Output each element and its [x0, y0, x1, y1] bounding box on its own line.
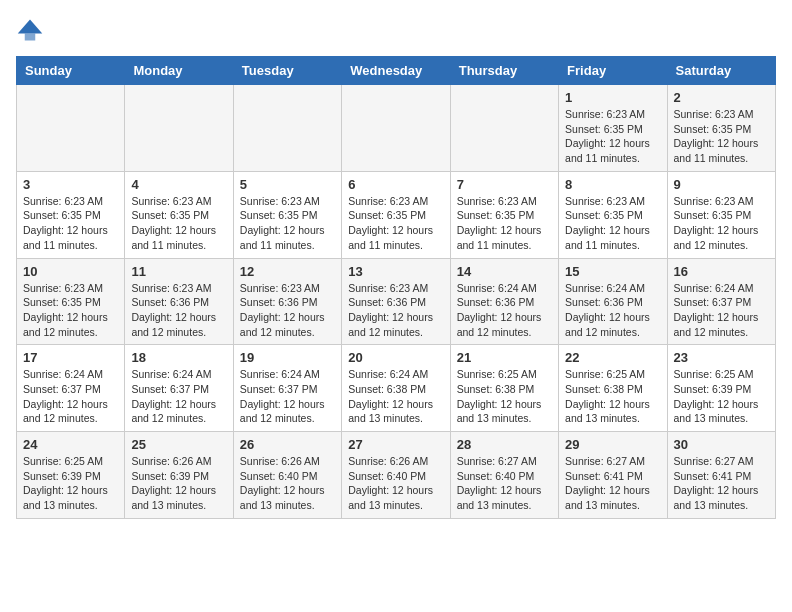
calendar-day-cell: 14Sunrise: 6:24 AM Sunset: 6:36 PM Dayli…	[450, 258, 558, 345]
svg-rect-1	[25, 34, 36, 41]
day-info: Sunrise: 6:24 AM Sunset: 6:37 PM Dayligh…	[23, 367, 118, 426]
page-header	[16, 16, 776, 44]
day-info: Sunrise: 6:25 AM Sunset: 6:38 PM Dayligh…	[565, 367, 660, 426]
calendar-week-1: 1Sunrise: 6:23 AM Sunset: 6:35 PM Daylig…	[17, 85, 776, 172]
day-info: Sunrise: 6:26 AM Sunset: 6:40 PM Dayligh…	[240, 454, 335, 513]
calendar-day-cell: 1Sunrise: 6:23 AM Sunset: 6:35 PM Daylig…	[559, 85, 667, 172]
weekday-header-monday: Monday	[125, 57, 233, 85]
calendar-day-cell: 4Sunrise: 6:23 AM Sunset: 6:35 PM Daylig…	[125, 171, 233, 258]
day-info: Sunrise: 6:23 AM Sunset: 6:35 PM Dayligh…	[131, 194, 226, 253]
weekday-header-row: SundayMondayTuesdayWednesdayThursdayFrid…	[17, 57, 776, 85]
weekday-header-saturday: Saturday	[667, 57, 775, 85]
calendar-day-cell: 24Sunrise: 6:25 AM Sunset: 6:39 PM Dayli…	[17, 432, 125, 519]
weekday-header-friday: Friday	[559, 57, 667, 85]
day-info: Sunrise: 6:23 AM Sunset: 6:35 PM Dayligh…	[240, 194, 335, 253]
day-number: 26	[240, 437, 335, 452]
day-info: Sunrise: 6:23 AM Sunset: 6:35 PM Dayligh…	[674, 194, 769, 253]
day-number: 16	[674, 264, 769, 279]
day-number: 9	[674, 177, 769, 192]
calendar-day-cell: 27Sunrise: 6:26 AM Sunset: 6:40 PM Dayli…	[342, 432, 450, 519]
calendar-week-5: 24Sunrise: 6:25 AM Sunset: 6:39 PM Dayli…	[17, 432, 776, 519]
day-number: 12	[240, 264, 335, 279]
calendar-day-cell: 16Sunrise: 6:24 AM Sunset: 6:37 PM Dayli…	[667, 258, 775, 345]
day-info: Sunrise: 6:23 AM Sunset: 6:35 PM Dayligh…	[23, 281, 118, 340]
calendar-week-2: 3Sunrise: 6:23 AM Sunset: 6:35 PM Daylig…	[17, 171, 776, 258]
logo	[16, 16, 48, 44]
day-number: 20	[348, 350, 443, 365]
calendar-day-cell: 29Sunrise: 6:27 AM Sunset: 6:41 PM Dayli…	[559, 432, 667, 519]
day-number: 13	[348, 264, 443, 279]
day-number: 8	[565, 177, 660, 192]
day-info: Sunrise: 6:26 AM Sunset: 6:40 PM Dayligh…	[348, 454, 443, 513]
calendar-day-cell: 19Sunrise: 6:24 AM Sunset: 6:37 PM Dayli…	[233, 345, 341, 432]
calendar-day-cell: 2Sunrise: 6:23 AM Sunset: 6:35 PM Daylig…	[667, 85, 775, 172]
weekday-header-wednesday: Wednesday	[342, 57, 450, 85]
calendar-day-cell: 22Sunrise: 6:25 AM Sunset: 6:38 PM Dayli…	[559, 345, 667, 432]
day-number: 28	[457, 437, 552, 452]
calendar-day-cell	[17, 85, 125, 172]
day-number: 2	[674, 90, 769, 105]
day-number: 22	[565, 350, 660, 365]
calendar-table: SundayMondayTuesdayWednesdayThursdayFrid…	[16, 56, 776, 519]
calendar-day-cell: 12Sunrise: 6:23 AM Sunset: 6:36 PM Dayli…	[233, 258, 341, 345]
day-info: Sunrise: 6:23 AM Sunset: 6:36 PM Dayligh…	[348, 281, 443, 340]
day-info: Sunrise: 6:27 AM Sunset: 6:40 PM Dayligh…	[457, 454, 552, 513]
day-number: 6	[348, 177, 443, 192]
day-info: Sunrise: 6:23 AM Sunset: 6:35 PM Dayligh…	[565, 194, 660, 253]
calendar-day-cell: 5Sunrise: 6:23 AM Sunset: 6:35 PM Daylig…	[233, 171, 341, 258]
day-number: 14	[457, 264, 552, 279]
day-number: 7	[457, 177, 552, 192]
calendar-day-cell: 28Sunrise: 6:27 AM Sunset: 6:40 PM Dayli…	[450, 432, 558, 519]
calendar-week-3: 10Sunrise: 6:23 AM Sunset: 6:35 PM Dayli…	[17, 258, 776, 345]
day-number: 24	[23, 437, 118, 452]
calendar-day-cell	[125, 85, 233, 172]
calendar-day-cell: 9Sunrise: 6:23 AM Sunset: 6:35 PM Daylig…	[667, 171, 775, 258]
day-number: 15	[565, 264, 660, 279]
calendar-day-cell: 7Sunrise: 6:23 AM Sunset: 6:35 PM Daylig…	[450, 171, 558, 258]
calendar-day-cell	[342, 85, 450, 172]
day-info: Sunrise: 6:24 AM Sunset: 6:37 PM Dayligh…	[131, 367, 226, 426]
day-number: 11	[131, 264, 226, 279]
logo-icon	[16, 16, 44, 44]
calendar-week-4: 17Sunrise: 6:24 AM Sunset: 6:37 PM Dayli…	[17, 345, 776, 432]
day-number: 21	[457, 350, 552, 365]
day-info: Sunrise: 6:24 AM Sunset: 6:37 PM Dayligh…	[674, 281, 769, 340]
calendar-day-cell: 25Sunrise: 6:26 AM Sunset: 6:39 PM Dayli…	[125, 432, 233, 519]
calendar-day-cell	[233, 85, 341, 172]
calendar-day-cell: 23Sunrise: 6:25 AM Sunset: 6:39 PM Dayli…	[667, 345, 775, 432]
calendar-day-cell: 6Sunrise: 6:23 AM Sunset: 6:35 PM Daylig…	[342, 171, 450, 258]
day-info: Sunrise: 6:27 AM Sunset: 6:41 PM Dayligh…	[565, 454, 660, 513]
calendar-day-cell: 11Sunrise: 6:23 AM Sunset: 6:36 PM Dayli…	[125, 258, 233, 345]
calendar-day-cell: 17Sunrise: 6:24 AM Sunset: 6:37 PM Dayli…	[17, 345, 125, 432]
day-info: Sunrise: 6:23 AM Sunset: 6:35 PM Dayligh…	[674, 107, 769, 166]
day-number: 17	[23, 350, 118, 365]
calendar-day-cell: 18Sunrise: 6:24 AM Sunset: 6:37 PM Dayli…	[125, 345, 233, 432]
day-number: 1	[565, 90, 660, 105]
day-info: Sunrise: 6:24 AM Sunset: 6:37 PM Dayligh…	[240, 367, 335, 426]
day-info: Sunrise: 6:24 AM Sunset: 6:36 PM Dayligh…	[457, 281, 552, 340]
calendar-day-cell: 8Sunrise: 6:23 AM Sunset: 6:35 PM Daylig…	[559, 171, 667, 258]
calendar-day-cell: 15Sunrise: 6:24 AM Sunset: 6:36 PM Dayli…	[559, 258, 667, 345]
day-number: 30	[674, 437, 769, 452]
day-number: 18	[131, 350, 226, 365]
day-number: 3	[23, 177, 118, 192]
day-number: 23	[674, 350, 769, 365]
calendar-day-cell: 10Sunrise: 6:23 AM Sunset: 6:35 PM Dayli…	[17, 258, 125, 345]
day-number: 25	[131, 437, 226, 452]
day-info: Sunrise: 6:25 AM Sunset: 6:39 PM Dayligh…	[23, 454, 118, 513]
day-info: Sunrise: 6:23 AM Sunset: 6:36 PM Dayligh…	[131, 281, 226, 340]
calendar-day-cell: 30Sunrise: 6:27 AM Sunset: 6:41 PM Dayli…	[667, 432, 775, 519]
calendar-day-cell: 21Sunrise: 6:25 AM Sunset: 6:38 PM Dayli…	[450, 345, 558, 432]
calendar-day-cell: 20Sunrise: 6:24 AM Sunset: 6:38 PM Dayli…	[342, 345, 450, 432]
day-info: Sunrise: 6:26 AM Sunset: 6:39 PM Dayligh…	[131, 454, 226, 513]
day-info: Sunrise: 6:23 AM Sunset: 6:35 PM Dayligh…	[565, 107, 660, 166]
weekday-header-tuesday: Tuesday	[233, 57, 341, 85]
day-info: Sunrise: 6:27 AM Sunset: 6:41 PM Dayligh…	[674, 454, 769, 513]
day-number: 29	[565, 437, 660, 452]
day-info: Sunrise: 6:24 AM Sunset: 6:36 PM Dayligh…	[565, 281, 660, 340]
day-info: Sunrise: 6:23 AM Sunset: 6:35 PM Dayligh…	[23, 194, 118, 253]
calendar-day-cell: 26Sunrise: 6:26 AM Sunset: 6:40 PM Dayli…	[233, 432, 341, 519]
day-number: 4	[131, 177, 226, 192]
day-info: Sunrise: 6:23 AM Sunset: 6:35 PM Dayligh…	[457, 194, 552, 253]
calendar-day-cell: 3Sunrise: 6:23 AM Sunset: 6:35 PM Daylig…	[17, 171, 125, 258]
